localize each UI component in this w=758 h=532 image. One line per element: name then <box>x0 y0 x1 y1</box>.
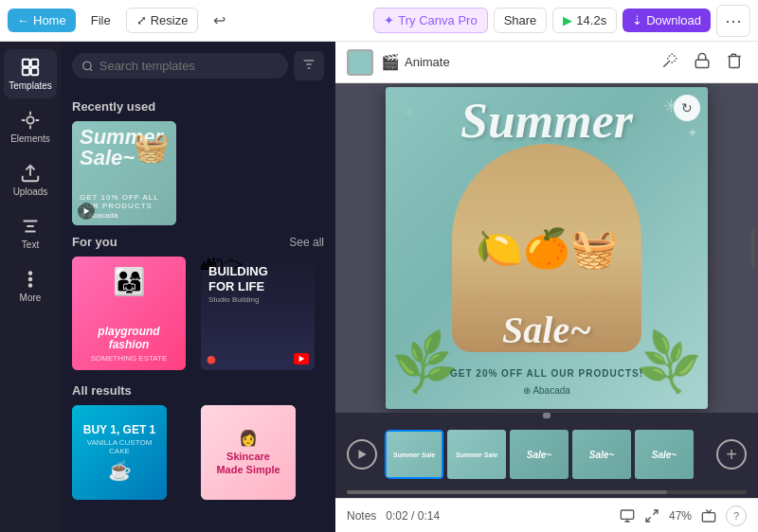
device-view-button[interactable] <box>620 508 635 523</box>
undo-button[interactable]: ↩ <box>204 7 235 34</box>
canvas-subtitle-text: Sale~ <box>502 309 591 351</box>
canvas-title-text: Summer <box>460 94 633 148</box>
home-button[interactable]: ← Home <box>8 9 76 32</box>
sidebar-item-text[interactable]: Text <box>4 208 57 257</box>
ellipsis-icon: ⋯ <box>725 11 742 30</box>
timer-button[interactable]: ▶ 14.2s <box>552 8 617 33</box>
svg-rect-0 <box>23 60 29 66</box>
home-arrow-icon: ← <box>17 13 29 27</box>
frame-label-4: Sale~ <box>589 450 614 460</box>
canvas-viewport[interactable]: ✳ ✦ ❋ Summer 🍋🍊🧺 Sale~ <box>335 83 758 413</box>
templates-label: Templates <box>9 80 52 91</box>
fullscreen-button[interactable] <box>644 508 659 523</box>
frame-bg-4: Sale~ <box>572 430 631 479</box>
magic-wand-button[interactable] <box>658 48 682 77</box>
trash-icon <box>726 52 743 69</box>
templates-panel: Recently used SummerSale~ GET 10% OFF AL… <box>61 42 335 532</box>
star-icon: ✦ <box>384 13 394 27</box>
svg-rect-20 <box>702 512 714 521</box>
zoom-level: 47% <box>669 509 692 523</box>
notes-button[interactable]: Notes <box>347 509 376 523</box>
trash-button[interactable] <box>722 48 747 77</box>
more-icon <box>20 269 41 290</box>
canvas-toolbar: 🎬 Animate <box>335 42 758 83</box>
all-results-grid: BUY 1, GET 1 VANILLA CUSTOM CAKE ☕ 👩 Ski… <box>72 405 324 500</box>
svg-point-8 <box>29 284 32 287</box>
resize-label: Resize <box>151 13 189 27</box>
canvas-title: Summer <box>386 97 708 146</box>
svg-rect-1 <box>31 60 38 66</box>
sidebar-item-elements[interactable]: Elements <box>4 102 57 151</box>
help-button[interactable]: ? <box>726 505 747 526</box>
play-icon: ▶ <box>563 13 572 27</box>
download-button[interactable]: ⇣ Download <box>623 9 711 32</box>
play-pause-button[interactable] <box>347 439 377 470</box>
timeline-scrollbar-thumb <box>347 490 667 494</box>
monitor-icon <box>620 508 635 523</box>
sidebar-item-more[interactable]: More <box>4 261 57 310</box>
share-button[interactable]: Share <box>494 8 548 33</box>
zoom-fit-button[interactable] <box>701 508 716 523</box>
timeline-frames: Summer Sale Summer Sale Sale~ <box>385 430 709 479</box>
play-icon <box>356 449 368 460</box>
canvas-refresh-button[interactable]: ↻ <box>674 95 700 121</box>
frame-thumb-4[interactable]: Sale~ <box>572 430 631 479</box>
svg-rect-17 <box>621 510 633 519</box>
frame-label-3: Sale~ <box>527 450 551 460</box>
template-playground-fashion[interactable]: playground fashion SOMETHING ESTATE 👨‍👩‍… <box>72 257 186 370</box>
download-icon: ⇣ <box>632 13 642 27</box>
top-bar: ← Home File ⤢ Resize ↩ ✦ Try Canva Pro S… <box>0 0 758 42</box>
more-options-button[interactable]: ⋯ <box>716 5 750 37</box>
main-area: Templates Elements Uploads Text <box>0 42 758 532</box>
frame-thumb-1[interactable]: Summer Sale <box>385 430 443 479</box>
search-icon <box>81 60 94 73</box>
svg-rect-15 <box>695 60 709 67</box>
share-label: Share <box>504 13 537 27</box>
frame-bg-5: Sale~ <box>635 430 694 479</box>
fit-icon <box>701 508 716 523</box>
frame-thumb-5[interactable]: Sale~ <box>635 430 694 479</box>
resize-icon: ⤢ <box>136 13 147 27</box>
canvas-area: 🎬 Animate <box>335 42 758 532</box>
svg-point-4 <box>27 116 33 123</box>
try-canva-pro-button[interactable]: ✦ Try Canva Pro <box>373 8 487 33</box>
more-label: More <box>20 293 42 303</box>
timer-label: 14.2s <box>576 13 606 27</box>
try-canva-label: Try Canva Pro <box>398 13 477 27</box>
canvas-brand-text: Abacada <box>532 385 569 396</box>
svg-point-9 <box>83 62 91 69</box>
elements-icon <box>20 110 41 131</box>
resize-button[interactable]: ⤢ Resize <box>126 8 199 33</box>
for-you-section-header: For you See all <box>72 235 324 249</box>
sidebar-item-templates[interactable]: Templates <box>4 49 57 98</box>
template-building-for-life[interactable]: 🏙');"> BUILDINGFOR LIFE Studio Building … <box>201 257 315 370</box>
frame-thumb-3[interactable]: Sale~ <box>510 430 568 479</box>
frame-thumb-2[interactable]: Summer Sale <box>447 430 506 479</box>
design-canvas[interactable]: ✳ ✦ ❋ Summer 🍋🍊🧺 Sale~ <box>386 87 708 409</box>
timeline-scrollbar[interactable] <box>347 490 747 494</box>
search-input-wrap[interactable] <box>72 53 288 79</box>
text-icon <box>20 216 41 237</box>
svg-marker-13 <box>84 208 90 214</box>
lock-button[interactable] <box>690 48 714 77</box>
animate-button[interactable]: 🎬 Animate <box>381 53 450 71</box>
filter-button[interactable] <box>294 51 324 80</box>
search-input[interactable] <box>99 59 279 73</box>
plus-icon: + <box>726 444 737 466</box>
svg-point-6 <box>29 272 32 275</box>
add-frame-button[interactable]: + <box>716 439 747 470</box>
file-label: File <box>91 13 111 27</box>
notes-label: Notes <box>347 509 376 523</box>
see-all-button[interactable]: See all <box>289 236 324 249</box>
template-skincare-made-simple[interactable]: 👩 SkincareMade Simple <box>201 405 296 500</box>
templates-scroll[interactable]: Recently used SummerSale~ GET 10% OFF AL… <box>61 90 335 532</box>
all-results-title: All results <box>72 383 324 398</box>
frame-label-2: Summer Sale <box>454 450 499 460</box>
sidebar-item-uploads[interactable]: Uploads <box>4 155 57 204</box>
file-button[interactable]: File <box>81 9 120 32</box>
for-you-grid: playground fashion SOMETHING ESTATE 👨‍👩‍… <box>72 257 324 370</box>
template-summer-sale-recent[interactable]: SummerSale~ GET 10% OFF ALL OUR PRODUCTS… <box>72 121 176 225</box>
color-swatch[interactable] <box>347 49 373 76</box>
zoom-display: 47% <box>669 509 692 523</box>
template-buy-one-get-one[interactable]: BUY 1, GET 1 VANILLA CUSTOM CAKE ☕ <box>72 405 167 500</box>
